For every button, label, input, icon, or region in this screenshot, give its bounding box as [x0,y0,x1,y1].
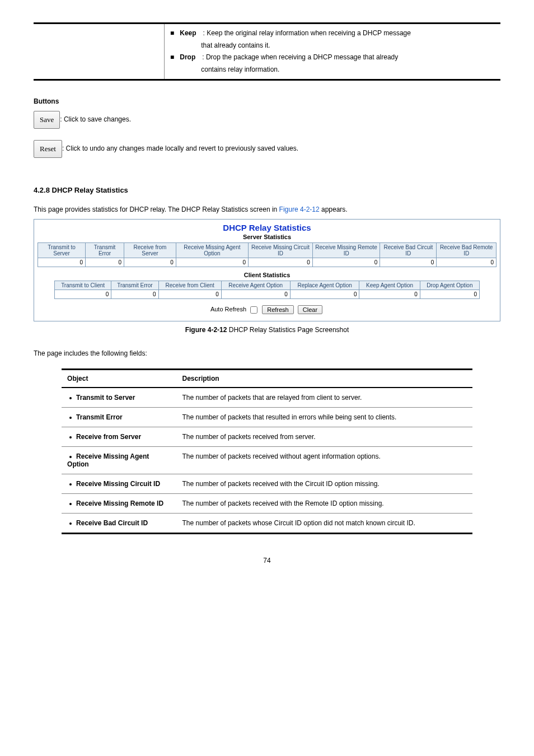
field-obj: Transmit to Server [76,394,135,402]
keep-desc-line2: that already contains it. [177,40,411,52]
reset-button-line: Reset: Click to undo any changes made lo… [34,140,500,158]
square-bullet-icon: ■ [170,27,174,40]
field-desc: The number of packets that are relayed f… [177,388,472,408]
field-desc: The number of packets that resulted in e… [177,408,472,427]
client-th-6: Drop Agent Option [420,281,479,290]
drop-desc-line1: : Drop the package when receiving a DHCP… [202,53,398,61]
page-number: 74 [34,557,500,564]
server-th-0: Transmit to Server [38,243,86,258]
bullet-icon [69,436,72,438]
table-row: Receive Bad Circuit ID The number of pac… [62,514,472,534]
table-row: Receive Missing Agent Option The number … [62,447,472,474]
bullet-icon [69,417,72,419]
server-th-1: Transmit Error [86,243,124,258]
auto-refresh-label: Auto Refresh [210,306,246,313]
policy-right-cell: ■ Keep: Keep the original relay informat… [165,24,500,80]
drop-label: Drop [177,53,202,61]
reset-button[interactable]: Reset [34,140,62,158]
section-heading: 4.2.8 DHCP Relay Statistics [34,186,500,194]
server-val-5: 0 [312,258,380,267]
client-th-2: Receive from Client [158,281,221,290]
keep-desc-line1: : Keep the original relay information wh… [203,29,411,37]
field-obj: Transmit Error [76,413,123,421]
client-th-5: Keep Agent Option [359,281,420,290]
field-obj: Receive Bad Circuit ID [76,519,148,527]
client-th-1: Transmit Error [111,281,158,290]
client-th-3: Receive Agent Option [221,281,290,290]
table-row: Transmit Error The number of packets tha… [62,408,472,427]
buttons-heading: Buttons [34,97,500,105]
field-desc: The number of packets received without a… [177,447,472,474]
client-th-4: Replace Agent Option [290,281,359,290]
drop-desc-line2: contains relay information. [177,64,398,76]
save-button[interactable]: Save [34,111,60,129]
server-val-7: 0 [437,258,496,267]
relay-info-policy-table: ■ Keep: Keep the original relay informat… [34,22,500,81]
intro-text: This page provides statistics for DHCP r… [34,206,500,213]
table-row: Receive Missing Remote ID The number of … [62,494,472,514]
bullet-icon [69,483,72,486]
server-th-2: Receive from Server [124,243,176,258]
table-row: Receive Missing Circuit ID The number of… [62,474,472,494]
server-val-4: 0 [249,258,313,267]
server-th-6: Receive Bad Circuit ID [380,243,437,258]
bullet-icon [69,397,72,399]
fields-header-object: Object [62,370,176,388]
client-val-2: 0 [158,290,221,299]
figure-caption-text: DHCP Relay Statistics Page Screenshot [227,326,349,334]
square-bullet-icon: ■ [170,52,174,64]
server-val-6: 0 [380,258,437,267]
server-val-2: 0 [124,258,176,267]
server-th-5: Receive Missing Remote ID [312,243,380,258]
controls-row: Auto Refresh Refresh Clear [38,305,496,315]
stats-title: DHCP Relay Statistics [38,223,496,232]
client-stats-table: Transmit to Client Transmit Error Receiv… [54,281,480,299]
field-obj: Receive Missing Remote ID [76,500,163,507]
figure-link[interactable]: Figure 4-2-12 [279,206,320,213]
client-val-1: 0 [111,290,158,299]
server-stats-subtitle: Server Statistics [38,234,496,240]
dhcp-relay-stats-panel: DHCP Relay Statistics Server Statistics … [34,219,500,321]
keep-label: Keep [177,29,203,37]
client-val-6: 0 [420,290,479,299]
field-desc: The number of packets received with the … [177,494,472,514]
client-stats-subtitle: Client Statistics [38,272,496,278]
reset-button-desc: : Click to undo any changes made locally… [62,145,298,153]
table-row: Receive from Server The number of packet… [62,427,472,447]
figure-caption: Figure 4-2-12 DHCP Relay Statistics Page… [34,326,500,334]
intro-prefix: This page provides statistics for DHCP r… [34,206,279,213]
clear-button[interactable]: Clear [298,305,322,314]
client-val-5: 0 [359,290,420,299]
client-th-0: Transmit to Client [55,281,111,290]
save-button-desc: : Click to save changes. [60,116,131,124]
policy-left-cell [34,24,165,80]
client-val-3: 0 [221,290,290,299]
server-val-3: 0 [176,258,248,267]
server-th-3: Receive Missing Agent Option [176,243,248,258]
figure-caption-num: Figure 4-2-12 [185,326,227,334]
auto-refresh-checkbox[interactable] [250,306,257,314]
server-th-4: Receive Missing Circuit ID [249,243,313,258]
table-row: Transmit to Server The number of packets… [62,388,472,408]
field-obj: Receive Missing Agent Option [67,452,149,468]
field-desc: The number of packets received from serv… [177,427,472,447]
server-th-7: Receive Bad Remote ID [437,243,496,258]
client-val-0: 0 [55,290,111,299]
server-val-0: 0 [38,258,86,267]
fields-intro: The page includes the following fields: [34,349,500,357]
intro-suffix: appears. [320,206,348,213]
save-button-line: Save: Click to save changes. [34,111,500,129]
server-stats-table: Transmit to Server Transmit Error Receiv… [38,242,496,267]
fields-header-description: Description [177,370,472,388]
field-obj: Receive Missing Circuit ID [76,480,160,488]
bullet-icon [69,456,72,458]
fields-table: Object Description Transmit to Server Th… [62,368,472,534]
field-desc: The number of packets whose Circuit ID o… [177,514,472,534]
client-val-4: 0 [290,290,359,299]
server-val-1: 0 [86,258,124,267]
bullet-icon [69,503,72,505]
field-obj: Receive from Server [76,433,141,441]
bullet-icon [69,522,72,525]
refresh-button[interactable]: Refresh [262,305,294,314]
field-desc: The number of packets received with the … [177,474,472,494]
